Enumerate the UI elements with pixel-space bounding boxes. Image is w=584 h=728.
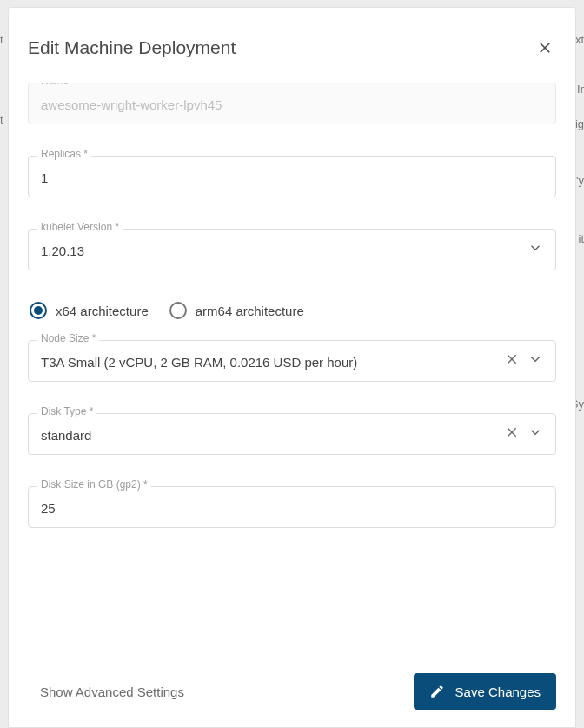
kubelet-version-field[interactable]: kubelet Version * 1.20.13 <box>28 229 556 270</box>
replicas-field[interactable]: Replicas * 1 <box>28 156 556 197</box>
disk-type-label: Disk Type * <box>37 406 96 417</box>
radio-unchecked-icon <box>169 302 187 319</box>
close-icon <box>505 425 519 439</box>
chevron-down-icon <box>528 424 543 440</box>
dialog-footer: Show Advanced Settings Save Changes <box>28 654 556 710</box>
node-size-field[interactable]: Node Size * T3A Small (2 vCPU, 2 GB RAM,… <box>28 340 556 382</box>
show-advanced-settings-link[interactable]: Show Advanced Settings <box>40 685 184 699</box>
disk-size-label: Disk Size in GB (gp2) * <box>37 479 151 490</box>
radio-arm64-architecture[interactable]: arm64 architecture <box>169 302 304 319</box>
disk-type-clear-button[interactable] <box>505 425 519 443</box>
node-size-value: T3A Small (2 vCPU, 2 GB RAM, 0.0216 USD … <box>41 349 498 372</box>
save-button-label: Save Changes <box>455 685 541 699</box>
name-value: awesome-wright-worker-lpvh45 <box>41 91 543 115</box>
edit-icon <box>429 684 445 699</box>
form-body: Name awesome-wright-worker-lpvh45 Replic… <box>28 83 556 654</box>
save-changes-button[interactable]: Save Changes <box>414 673 556 710</box>
disk-size-field[interactable]: Disk Size in GB (gp2) * 25 <box>28 486 556 528</box>
kubelet-version-dropdown[interactable] <box>528 240 543 259</box>
disk-type-value: standard <box>41 422 498 445</box>
node-size-dropdown[interactable] <box>528 351 543 371</box>
edit-machine-deployment-dialog: Edit Machine Deployment Name awesome-wri… <box>8 7 576 728</box>
radio-checked-icon <box>30 302 47 319</box>
close-button[interactable] <box>537 40 556 56</box>
chevron-down-icon <box>528 351 543 367</box>
replicas-input[interactable]: 1 <box>41 164 543 188</box>
radio-x64-label: x64 architecture <box>56 304 149 318</box>
name-label: Name <box>37 83 72 86</box>
close-icon <box>537 40 553 56</box>
dialog-header: Edit Machine Deployment <box>28 37 556 58</box>
replicas-label: Replicas * <box>37 149 91 159</box>
chevron-down-icon <box>528 240 543 256</box>
close-icon <box>505 352 519 366</box>
kubelet-version-label: kubelet Version * <box>37 222 123 232</box>
radio-x64-architecture[interactable]: x64 architecture <box>30 302 149 319</box>
node-size-label: Node Size * <box>37 333 99 344</box>
disk-type-field[interactable]: Disk Type * standard <box>28 413 556 455</box>
kubelet-version-value: 1.20.13 <box>41 237 521 261</box>
architecture-radio-group: x64 architecture arm64 architecture <box>28 302 556 319</box>
node-size-clear-button[interactable] <box>505 352 519 370</box>
radio-arm64-label: arm64 architecture <box>196 304 304 318</box>
name-field: Name awesome-wright-worker-lpvh45 <box>28 83 556 124</box>
dialog-title: Edit Machine Deployment <box>28 37 236 58</box>
disk-type-dropdown[interactable] <box>528 424 543 444</box>
disk-size-input[interactable]: 25 <box>41 495 543 518</box>
